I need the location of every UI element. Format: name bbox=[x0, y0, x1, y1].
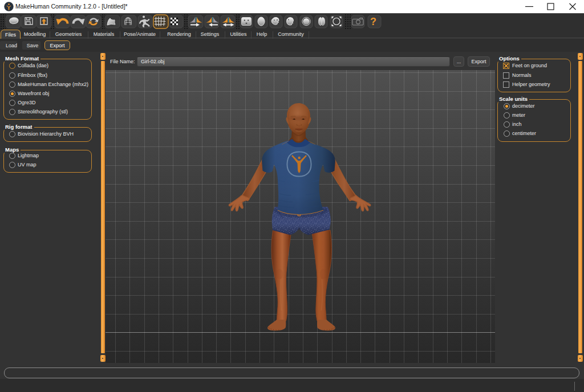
svg-text:?: ? bbox=[370, 16, 376, 27]
